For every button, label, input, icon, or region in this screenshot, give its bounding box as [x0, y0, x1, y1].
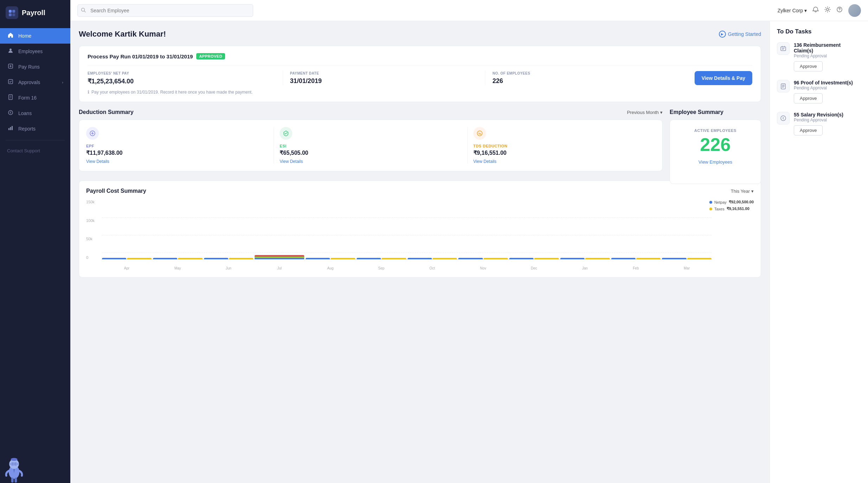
payroll-cost-header: Payroll Cost Summary This Year ▾ [86, 188, 754, 194]
sidebar: Payroll Home Employees [0, 0, 70, 483]
chart-bar-blue [357, 258, 381, 259]
sidebar-item-payruns[interactable]: Pay Runs [0, 59, 70, 75]
chart-x-label: May [153, 266, 203, 270]
investment-sub: Pending Approval [794, 85, 861, 90]
svg-point-26 [826, 8, 829, 11]
chart-bar-group [306, 258, 355, 259]
reimbursement-approve-button[interactable]: Approve [794, 61, 823, 71]
svg-point-20 [12, 464, 13, 465]
chart-bar-yellow [127, 258, 151, 259]
chevron-right-icon: › [62, 80, 63, 84]
chart-bar-blue [102, 258, 126, 259]
content-main: Welcome Kartik Kumar! ▶ Getting Started … [70, 21, 770, 483]
salary-icon: ₹ [777, 112, 790, 125]
tds-value: ₹9,16,551.00 [473, 150, 655, 156]
chart-bar-group [102, 258, 152, 259]
settings-icon[interactable] [824, 6, 831, 14]
pay-run-dates: 01/01/2019 to 31/01/2019 [132, 53, 193, 59]
chart-x-label: Jun [204, 266, 254, 270]
view-employees-link[interactable]: View Employees [677, 159, 754, 165]
svg-rect-2 [9, 13, 12, 16]
chart-y-axis: 150k 100k 50k 0 [86, 200, 100, 260]
help-icon[interactable] [836, 6, 843, 14]
legend-dot-netpay [709, 201, 712, 204]
chart-bar-blue [255, 258, 304, 259]
investment-icon [777, 80, 790, 93]
chart-bar-group [560, 258, 610, 259]
num-employees-label: NO. OF EMPLOYEES [492, 71, 681, 75]
sidebar-item-employees[interactable]: Employees [0, 44, 70, 59]
sidebar-item-approvals[interactable]: Approvals › [0, 75, 70, 90]
chart-x-label: Feb [611, 266, 661, 270]
deduction-period-select[interactable]: Previous Month ▾ [627, 110, 663, 115]
chevron-down-icon-2: ▾ [660, 110, 663, 115]
svg-point-4 [9, 49, 12, 51]
company-selector[interactable]: Zylker Corp ▾ [778, 8, 807, 13]
chart-bar-group [255, 255, 304, 259]
chart-bar-yellow [585, 258, 609, 259]
svg-text:%: % [478, 132, 481, 135]
user-avatar[interactable] [848, 4, 861, 17]
active-employees-count: 226 [677, 135, 754, 154]
chart-bar-group [408, 258, 457, 259]
chart-bar-yellow [687, 258, 711, 259]
chevron-down-icon: ▾ [804, 8, 807, 13]
pay-run-card: Process Pay Run 01/01/2019 to 31/01/2019… [79, 46, 761, 102]
payment-date-detail: PAYMENT DATE 31/01/2019 [290, 71, 486, 85]
getting-started-label: Getting Started [728, 31, 761, 37]
chart-x-label: Apr [102, 266, 152, 270]
tds-view-details[interactable]: View Details [473, 159, 655, 164]
epf-label: EPF [86, 144, 268, 148]
svg-point-21 [15, 464, 16, 465]
legend-netpay: Netpay ₹92,00,500.00 [709, 200, 754, 204]
salary-approve-button[interactable]: Approve [794, 125, 823, 135]
pay-info: ℹ Pay your employees on 31/01/2019. Reco… [88, 89, 752, 95]
sidebar-item-loans[interactable]: ₹ Loans [0, 106, 70, 121]
pay-run-label: Process Pay Run [88, 53, 131, 59]
notification-icon[interactable] [812, 6, 819, 14]
sidebar-item-form16[interactable]: Form 16 [0, 90, 70, 106]
play-icon: ▶ [719, 31, 726, 38]
payment-date-label: PAYMENT DATE [290, 71, 478, 75]
payroll-cost-period-label: This Year [731, 189, 750, 194]
epf-view-details[interactable]: View Details [86, 159, 268, 164]
y-label-0: 0 [86, 255, 100, 260]
chart-bar-blue [306, 258, 330, 259]
chart-bar-blue [560, 258, 585, 259]
chart-bar-blue [662, 258, 686, 259]
chart-bar-blue [509, 258, 534, 259]
chart-x-label: Aug [306, 266, 355, 270]
welcome-header: Welcome Kartik Kumar! ▶ Getting Started [79, 30, 761, 39]
svg-rect-11 [10, 127, 11, 130]
topbar-right: Zylker Corp ▾ [778, 4, 861, 17]
investment-content: 96 Proof of Investment(s) Pending Approv… [794, 80, 861, 103]
payroll-cost-period-select[interactable]: This Year ▾ [731, 189, 754, 194]
app-name: Payroll [22, 9, 45, 17]
contact-support[interactable]: Contact Support [0, 144, 70, 158]
chart-x-label: Nov [458, 266, 508, 270]
sidebar-item-form16-label: Form 16 [18, 95, 37, 101]
chart-bar-blue [153, 258, 177, 259]
sidebar-item-home[interactable]: Home [0, 28, 70, 44]
y-label-150k: 150k [86, 200, 100, 204]
logo-icon [6, 6, 18, 19]
y-label-100k: 100k [86, 218, 100, 223]
investment-approve-button[interactable]: Approve [794, 93, 823, 103]
legend-taxes: Taxes ₹9,16,551.00 [709, 206, 754, 211]
topbar: Zylker Corp ▾ [70, 0, 868, 21]
loans-icon: ₹ [7, 110, 14, 117]
y-label-50k: 50k [86, 237, 100, 241]
getting-started-button[interactable]: ▶ Getting Started [719, 31, 761, 38]
welcome-title: Welcome Kartik Kumar! [79, 30, 166, 39]
sidebar-item-reports[interactable]: Reports [0, 121, 70, 136]
chart-bar-group [611, 258, 661, 259]
sidebar-item-payruns-label: Pay Runs [18, 64, 40, 70]
svg-rect-3 [12, 13, 15, 16]
approved-badge: APPROVED [196, 53, 225, 59]
esi-view-details[interactable]: View Details [280, 159, 461, 164]
chart-bar-yellow [484, 258, 508, 259]
num-employees-value: 226 [492, 77, 681, 85]
search-input[interactable] [77, 4, 253, 17]
view-details-pay-button[interactable]: View Details & Pay [695, 71, 752, 85]
app-logo[interactable]: Payroll [0, 0, 70, 25]
